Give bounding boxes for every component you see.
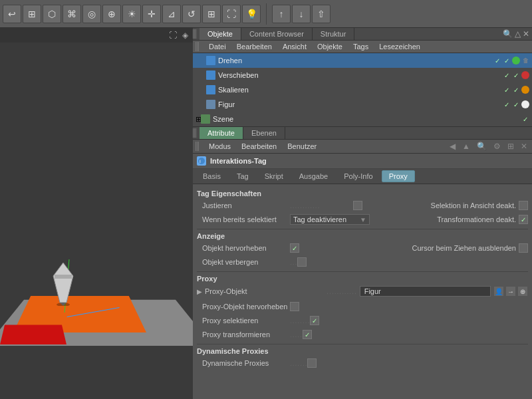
obj-name-figur: Figur <box>218 100 503 108</box>
toolbar-icon-10[interactable]: ⛶ <box>222 5 241 23</box>
dropdown-value: Tag deaktivieren <box>293 215 346 223</box>
prop-check-justieren[interactable] <box>353 201 362 210</box>
prop-label-obj-herv: Objekt hervorheben <box>197 244 290 252</box>
skalieren-icons: ✓ ✓ <box>503 86 529 94</box>
drehen-trash[interactable]: 🗑 <box>521 57 529 65</box>
toolbar-icon-9[interactable]: ⊞ <box>202 5 221 23</box>
prop-row-wenn: Wenn bereits selektiert Tag deaktivieren… <box>197 213 528 226</box>
menu-lesezeichen[interactable]: Lesezeichen <box>375 42 424 51</box>
nav-close-icon[interactable]: ✕ <box>519 141 529 152</box>
toolbar-nav-up[interactable]: ↑ <box>272 5 291 23</box>
subtab-basis[interactable]: Basis <box>196 170 228 182</box>
modus-bar: Modus Bearbeiten Benutzer ◀ ▲ 🔍 ⚙ ⊞ ✕ <box>193 140 532 154</box>
nav-expand-icon[interactable]: ⊞ <box>505 141 516 152</box>
skalieren-icon <box>206 85 215 94</box>
obj-row-figur[interactable]: Figur ✓ ✓ <box>193 97 532 112</box>
menubar-handle <box>196 42 200 51</box>
nav-gear-icon[interactable]: ⚙ <box>491 141 503 152</box>
toolbar-icon-light[interactable]: 💡 <box>242 5 261 23</box>
prop-row-justieren: Justieren ............ Selektion in Ansi… <box>197 199 528 212</box>
nav-left-arrow[interactable]: ◀ <box>448 141 458 152</box>
proxy-crosshair-icon[interactable]: ⊕ <box>517 286 528 297</box>
drehen-icons: ✓ ✓ 🗑 <box>493 57 529 65</box>
prop-check-transformationen[interactable] <box>519 215 528 224</box>
attr-panel: Attribute Ebenen Modus Bearbeiten Benutz… <box>193 127 532 399</box>
tab-content-browser[interactable]: Content Browser <box>241 28 313 40</box>
subtab-ausgabe[interactable]: Ausgabe <box>292 170 335 182</box>
nav-up-arrow[interactable]: ▲ <box>460 141 472 152</box>
prop-check-proxy-trans[interactable] <box>303 330 312 339</box>
obj-row-szene[interactable]: ⊞ Szene ✓ <box>193 112 532 126</box>
dropdown-arrow: ▼ <box>360 216 366 223</box>
toolbar-icon-6[interactable]: ⊕ <box>102 5 121 23</box>
main-layout: ⛶ ◈ <box>0 28 532 399</box>
prop-check-proxy-sel[interactable] <box>310 316 319 325</box>
prop-check-obj-verb[interactable] <box>297 257 307 267</box>
toolbar-icon-5[interactable]: ◎ <box>82 5 101 23</box>
figur-icon <box>206 100 215 109</box>
viewport[interactable]: ⛶ ◈ <box>0 28 193 399</box>
tab-objekte[interactable]: Objekte <box>200 28 241 40</box>
drehen-icon <box>206 56 215 65</box>
toolbar-icon-3[interactable]: ⬡ <box>43 5 61 23</box>
nav-search-icon[interactable]: 🔍 <box>475 141 489 152</box>
szene-icon <box>201 114 210 124</box>
svg-text:i: i <box>200 158 201 164</box>
prop-check-selektion[interactable] <box>519 201 528 210</box>
subtab-poly-info[interactable]: Poly-Info <box>336 170 380 182</box>
toolbar-icon-rotate[interactable]: ↺ <box>182 5 201 23</box>
menu-tags[interactable]: Tags <box>349 42 372 51</box>
panel-up-icon[interactable]: △ <box>515 29 521 39</box>
menu-objekte[interactable]: Objekte <box>313 42 346 51</box>
prop-check-obj-herv[interactable] <box>290 243 299 253</box>
figur-icons: ✓ ✓ <box>503 100 529 108</box>
prop-label-wenn: Wenn bereits selektiert <box>197 215 290 223</box>
proxy-field-value[interactable]: Figur <box>360 286 491 297</box>
panel-close-icon[interactable]: ✕ <box>523 29 529 39</box>
szene-expand[interactable]: ⊞ <box>196 115 201 124</box>
toolbar-nav-down[interactable]: ↓ <box>292 5 311 23</box>
obj-row-drehen[interactable]: Drehen ✓ ✓ 🗑 <box>193 53 532 68</box>
prop-dropdown-wenn[interactable]: Tag deaktivieren ▼ <box>290 214 370 225</box>
modus-modus[interactable]: Modus <box>205 142 235 151</box>
figur-dot <box>521 100 529 108</box>
subtab-tag[interactable]: Tag <box>229 170 256 182</box>
proxy-trans-dots: ..... <box>290 331 303 338</box>
menu-datei[interactable]: Datei <box>205 42 230 51</box>
proxy-person-icon[interactable]: 👤 <box>493 286 504 297</box>
viewport-content <box>0 28 193 399</box>
svg-marker-0 <box>53 263 73 303</box>
subtab-proxy[interactable]: Proxy <box>382 170 415 182</box>
toolbar-icon-7[interactable]: ☀ <box>122 5 141 23</box>
prop-check-cursor[interactable] <box>519 243 528 253</box>
toolbar-nav-reset[interactable]: ⇧ <box>312 5 331 23</box>
menu-bearbeiten[interactable]: Bearbeiten <box>233 42 276 51</box>
divider-1 <box>197 229 528 229</box>
panel-handle <box>193 29 197 39</box>
toolbar-icon-2[interactable]: ⊞ <box>23 5 41 23</box>
menu-ansicht[interactable]: Ansicht <box>279 42 311 51</box>
obj-row-skalieren[interactable]: Skalieren ✓ ✓ <box>193 82 532 97</box>
prop-check-proxy-herv[interactable] <box>290 302 299 311</box>
panel-search-icon[interactable]: 🔍 <box>503 29 513 39</box>
proxy-label-objekt: Proxy-Objekt <box>205 287 327 295</box>
prop-check-dyn-proxy[interactable] <box>307 358 317 368</box>
toolbar-left: ↩ ⊞ ⬡ ⌘ ◎ ⊕ ☀ ✛ ⊿ ↺ ⊞ ⛶ 💡 <box>0 3 263 25</box>
prop-label-justieren: Justieren <box>197 201 290 209</box>
toolbar-icon-scale[interactable]: ⊿ <box>162 5 181 23</box>
obj-row-verschieben[interactable]: Verschieben ✓ ✓ <box>193 68 532 82</box>
tab-struktur[interactable]: Struktur <box>313 28 355 40</box>
undo-btn[interactable]: ↩ <box>3 5 21 23</box>
proxy-expand-icon[interactable]: ▶ <box>197 288 202 295</box>
prop-dots-obj-verb: ... <box>290 259 297 266</box>
verschieben-icon <box>206 70 215 80</box>
tab-attribute[interactable]: Attribute <box>200 127 243 139</box>
tab-ebenen[interactable]: Ebenen <box>243 127 285 139</box>
subtab-skript[interactable]: Skript <box>257 170 291 182</box>
prop-row-obj-herv: Objekt hervorheben Cursor beim Ziehen au… <box>197 241 528 255</box>
proxy-arrow-icon[interactable]: → <box>505 286 516 297</box>
toolbar-icon-4[interactable]: ⌘ <box>63 5 81 23</box>
toolbar-icon-move[interactable]: ✛ <box>142 5 161 23</box>
modus-benutzer[interactable]: Benutzer <box>283 142 321 151</box>
modus-bearbeiten[interactable]: Bearbeiten <box>237 142 281 151</box>
